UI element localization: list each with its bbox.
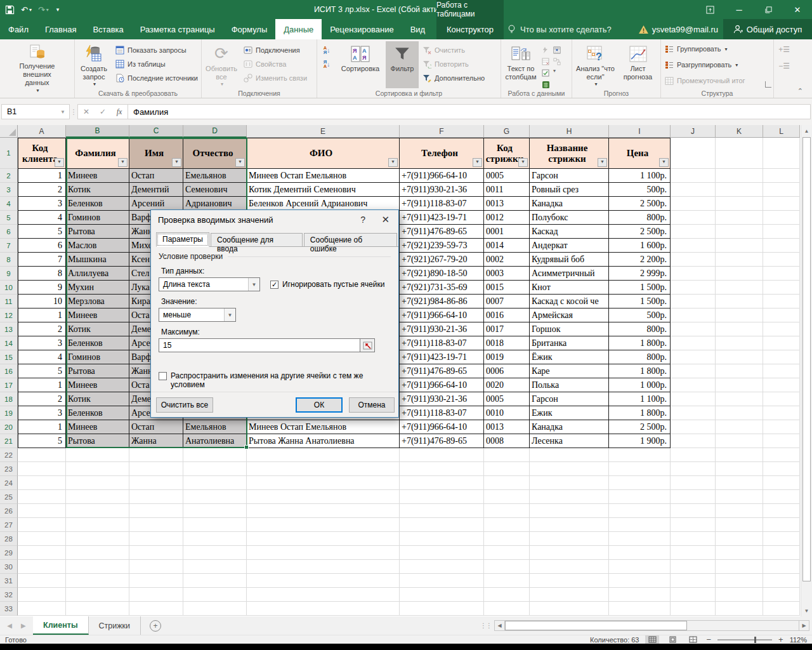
cell-I28[interactable] — [609, 532, 671, 546]
cell-K19[interactable] — [716, 406, 763, 420]
column-header-L[interactable]: L — [763, 125, 800, 138]
cell-I18[interactable]: 1 100р. — [609, 392, 671, 406]
cell-J3[interactable] — [671, 183, 716, 197]
filter-dropdown-icon[interactable]: ▼ — [473, 158, 482, 167]
cell-L29[interactable] — [763, 546, 800, 560]
cell-B29[interactable] — [66, 546, 129, 560]
cell-J2[interactable] — [671, 169, 716, 183]
cell-F32[interactable] — [400, 588, 484, 602]
cell-E23[interactable] — [247, 462, 400, 476]
cell-A15[interactable]: 4 — [18, 350, 66, 364]
cell-D31[interactable] — [183, 574, 247, 588]
cell-B27[interactable] — [66, 518, 129, 532]
cell-C22[interactable] — [129, 448, 183, 462]
show-queries-item[interactable]: Показать запросы — [113, 43, 200, 57]
cell-B30[interactable] — [66, 560, 129, 574]
cell-F20[interactable]: +7(911)966-64-10 — [400, 420, 484, 434]
cell-A27[interactable] — [18, 518, 66, 532]
horizontal-scrollbar[interactable]: ⋮⋮ ◀ ▶ — [480, 620, 809, 631]
maximum-input[interactable]: 15 — [159, 338, 360, 352]
cell-E30[interactable] — [247, 560, 400, 574]
cell-A24[interactable] — [18, 476, 66, 490]
cell-F18[interactable]: +7(911)930-21-36 — [400, 392, 484, 406]
cell-H10[interactable]: Кнот — [530, 281, 609, 295]
cell-A12[interactable]: 1 — [18, 308, 66, 322]
cell-D25[interactable] — [183, 490, 247, 504]
cell-B9[interactable]: Аллилуева — [66, 267, 129, 281]
cell-L28[interactable] — [763, 532, 800, 546]
clear-all-button[interactable]: Очистить все — [156, 397, 213, 413]
cell-F24[interactable] — [400, 476, 484, 490]
cell-G9[interactable]: 0003 — [484, 267, 530, 281]
cell-J33[interactable] — [671, 602, 716, 616]
cell-D3[interactable]: Семенович — [183, 183, 247, 197]
cell-G10[interactable]: 0015 — [484, 281, 530, 295]
cell-I6[interactable]: 2 500р. — [609, 225, 671, 239]
cell-B22[interactable] — [66, 448, 129, 462]
cell-I13[interactable]: 800р. — [609, 322, 671, 336]
column-header-D[interactable]: D — [183, 125, 247, 138]
row-header-6[interactable]: 6 — [0, 225, 18, 239]
cell-E31[interactable] — [247, 574, 400, 588]
tab-review[interactable]: Рецензирование — [322, 19, 402, 39]
cell-B13[interactable]: Котик — [66, 322, 129, 336]
sheet-tab-clients[interactable]: Клиенты — [33, 616, 89, 635]
cell-L4[interactable] — [763, 197, 800, 211]
cell-L2[interactable] — [763, 169, 800, 183]
ungroup-button[interactable]: Разгруппировать ▾ — [662, 58, 772, 72]
cell-C32[interactable] — [129, 588, 183, 602]
cell-K31[interactable] — [716, 574, 763, 588]
cell-B19[interactable]: Беленков — [66, 406, 129, 420]
cell-G18[interactable]: 0005 — [484, 392, 530, 406]
cell-F19[interactable]: +7(911)118-83-07 — [400, 406, 484, 420]
cell-E33[interactable] — [247, 602, 400, 616]
tab-settings[interactable]: Параметры — [156, 232, 209, 247]
row-header-8[interactable]: 8 — [0, 253, 18, 267]
get-external-data-button[interactable]: Получение внешних данных ▾ — [13, 41, 62, 88]
cell-H26[interactable] — [530, 504, 609, 518]
manage-data-model-icon[interactable] — [540, 79, 551, 90]
cell-B12[interactable]: Минеев — [66, 308, 129, 322]
tell-me-box[interactable]: Что вы хотите сделать? — [508, 19, 612, 39]
cell-L18[interactable] — [763, 392, 800, 406]
cell-G8[interactable]: 0002 — [484, 253, 530, 267]
column-header-K[interactable]: K — [716, 125, 763, 138]
cell-B24[interactable] — [66, 476, 129, 490]
data-validation-icon[interactable] — [540, 68, 551, 78]
cell-J16[interactable] — [671, 364, 716, 378]
cell-D20[interactable]: Емельянов — [183, 420, 247, 434]
row-header-18[interactable]: 18 — [0, 392, 18, 406]
cell-L17[interactable] — [763, 378, 800, 392]
cell-F2[interactable]: +7(911)966-64-10 — [400, 169, 484, 183]
cell-G17[interactable]: 0020 — [484, 378, 530, 392]
filter-dropdown-icon[interactable]: ▼ — [118, 158, 128, 167]
cell-I31[interactable] — [609, 574, 671, 588]
cell-L33[interactable] — [763, 602, 800, 616]
cell-I2[interactable]: 1 100р. — [609, 169, 671, 183]
cell-H25[interactable] — [530, 490, 609, 504]
cell-J13[interactable] — [671, 322, 716, 336]
table-header-A1[interactable]: Код клиента▼ — [18, 138, 66, 169]
cell-F23[interactable] — [400, 462, 484, 476]
cell-K4[interactable] — [716, 197, 763, 211]
row-header-9[interactable]: 9 — [0, 267, 18, 281]
cell-J9[interactable] — [671, 267, 716, 281]
cell-B31[interactable] — [66, 574, 129, 588]
cell-A21[interactable]: 5 — [18, 434, 66, 448]
cell-H23[interactable] — [530, 462, 609, 476]
cell-A2[interactable]: 1 — [18, 169, 66, 183]
column-header-I[interactable]: I — [609, 125, 671, 138]
row-header-28[interactable]: 28 — [0, 532, 18, 546]
cell-K17[interactable] — [716, 378, 763, 392]
cell-G33[interactable] — [484, 602, 530, 616]
sheet-tab-haircuts[interactable]: Стрижки — [89, 616, 141, 635]
cell-F21[interactable]: +7(911)476-89-65 — [400, 434, 484, 448]
scroll-down-icon[interactable]: ▼ — [801, 605, 812, 616]
clear-filter-item[interactable]: Очистить — [420, 43, 487, 57]
refresh-all-button[interactable]: ⟳ Обновить все ▾ — [203, 41, 240, 88]
cell-A18[interactable]: 2 — [18, 392, 66, 406]
cell-L32[interactable] — [763, 588, 800, 602]
cell-G16[interactable]: 0006 — [484, 364, 530, 378]
cell-G22[interactable] — [484, 448, 530, 462]
cell-J11[interactable] — [671, 295, 716, 308]
